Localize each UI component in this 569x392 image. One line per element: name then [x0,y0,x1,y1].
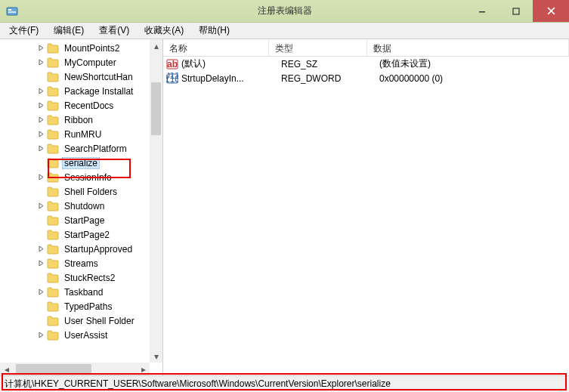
expand-arrow-icon[interactable] [36,87,45,96]
expand-arrow-icon[interactable] [36,259,45,268]
tree-item[interactable]: UserAssist [0,328,162,342]
tree-item[interactable]: Taskband [0,285,162,299]
svg-rect-1 [8,9,11,11]
folder-icon [47,230,59,240]
values-pane: 名称 类型 数据 ab(默认)REG_SZ(数值未设置)011110Strtup… [163,39,569,375]
menu-help[interactable]: 帮助(H) [193,23,236,39]
svg-rect-3 [479,11,485,13]
expand-arrow-icon[interactable] [36,331,45,340]
scroll-track[interactable] [13,363,137,375]
expand-arrow-icon[interactable] [36,144,45,153]
tree-item[interactable]: StartupApproved [0,242,162,256]
expand-arrow-icon[interactable] [36,58,45,67]
tree-item[interactable]: RunMRU [0,127,162,141]
tree-item[interactable]: MountPoints2 [0,41,162,55]
column-header-data[interactable]: 数据 [367,39,569,56]
status-bar: 计算机\HKEY_CURRENT_USER\Software\Microsoft… [0,375,569,392]
tree-item[interactable]: Shutdown [0,199,162,213]
tree-item[interactable]: StartPage2 [0,227,162,242]
menu-edit[interactable]: 编辑(E) [48,23,90,39]
menu-view[interactable]: 查看(V) [93,23,135,39]
tree-item-label: StartupApproved [62,243,135,255]
menu-favorites[interactable]: 收藏夹(A) [138,23,190,39]
expand-arrow-icon[interactable] [36,130,45,139]
tree-horizontal-scrollbar[interactable]: ◂ ▸ [0,363,150,375]
folder-icon [47,100,59,111]
minimize-button[interactable] [465,0,499,22]
tree-item-label: RecentDocs [62,100,116,112]
folder-icon [47,287,59,298]
menu-file[interactable]: 文件(F) [3,23,45,39]
tree-item-label: User Shell Folder [62,315,137,327]
folder-icon [47,129,59,140]
expand-arrow-icon[interactable] [36,116,45,125]
tree-item-label: StuckRects2 [62,272,117,284]
scroll-thumb[interactable] [151,82,161,135]
tree-item-label: Package Installat [62,85,135,97]
expand-arrow-icon[interactable] [36,202,45,211]
folder-icon [47,115,59,125]
close-button[interactable] [533,0,569,22]
tree-item[interactable]: Package Installat [0,84,162,98]
expand-arrow-icon[interactable] [36,173,45,182]
cell-name: StrtupDelayIn... [181,73,281,84]
folder-icon [47,258,59,269]
tree-vertical-scrollbar[interactable]: ▴ ▾ [150,39,162,363]
window-controls [465,0,569,22]
scroll-down-arrow-icon[interactable]: ▾ [150,350,162,363]
tree-item[interactable]: TypedPaths [0,299,162,313]
svg-text:110: 110 [166,74,178,85]
scroll-thumb[interactable] [16,364,91,374]
tree-item[interactable]: NewShortcutHan [0,69,162,84]
scroll-track[interactable] [150,52,162,350]
list-row[interactable]: 011110StrtupDelayIn...REG_DWORD0x0000000… [163,71,569,85]
list-header: 名称 类型 数据 [163,39,569,57]
list-row[interactable]: ab(默认)REG_SZ(数值未设置) [163,57,569,71]
cell-data: (数值未设置) [379,57,569,70]
folder-icon [47,187,59,197]
maximize-button[interactable] [499,0,533,22]
folder-icon [47,72,59,82]
tree-item[interactable]: StuckRects2 [0,270,162,285]
folder-icon [47,158,59,168]
tree-item[interactable]: Ribbon [0,113,162,127]
tree-item-label: SessionInfo [62,171,114,184]
expand-arrow-icon[interactable] [36,245,45,254]
tree-item[interactable]: serialize [0,156,162,170]
cell-data: 0x00000000 (0) [379,73,569,84]
folder-icon [47,57,59,68]
tree-item[interactable]: SearchPlatform [0,141,162,156]
list-body[interactable]: ab(默认)REG_SZ(数值未设置)011110StrtupDelayIn..… [163,57,569,375]
scroll-left-arrow-icon[interactable]: ◂ [0,363,13,375]
tree-item[interactable]: StartPage [0,213,162,227]
column-header-name[interactable]: 名称 [163,39,269,56]
status-path: 计算机\HKEY_CURRENT_USER\Software\Microsoft… [5,378,391,390]
folder-icon [47,244,59,255]
tree-item-label: StartPage [62,215,107,227]
tree-item-label: StartPage2 [62,229,112,241]
tree-item[interactable]: SessionInfo [0,170,162,184]
scroll-right-arrow-icon[interactable]: ▸ [137,363,150,375]
tree-item-label: Taskband [62,286,105,298]
tree-item-label: Shutdown [62,200,107,212]
column-header-type[interactable]: 类型 [269,39,367,56]
registry-tree[interactable]: MountPoints2MyComputerNewShortcutHanPack… [0,39,162,344]
cell-type: REG_DWORD [281,73,379,84]
binary-value-icon: 011110 [166,73,178,85]
expand-arrow-icon[interactable] [36,44,45,53]
folder-icon [47,86,59,97]
folder-icon [47,273,59,283]
tree-item[interactable]: MyComputer [0,55,162,69]
tree-pane: MountPoints2MyComputerNewShortcutHanPack… [0,39,163,375]
tree-item-label: Streams [62,258,101,270]
svg-rect-4 [513,8,519,14]
expand-arrow-icon[interactable] [36,101,45,110]
scroll-up-arrow-icon[interactable]: ▴ [150,39,162,52]
menu-bar: 文件(F) 编辑(E) 查看(V) 收藏夹(A) 帮助(H) [0,23,569,39]
tree-item[interactable]: RecentDocs [0,98,162,113]
tree-item[interactable]: Shell Folders [0,184,162,199]
svg-text:ab: ab [167,59,178,69]
expand-arrow-icon[interactable] [36,288,45,297]
tree-item[interactable]: Streams [0,256,162,270]
tree-item[interactable]: User Shell Folder [0,313,162,328]
